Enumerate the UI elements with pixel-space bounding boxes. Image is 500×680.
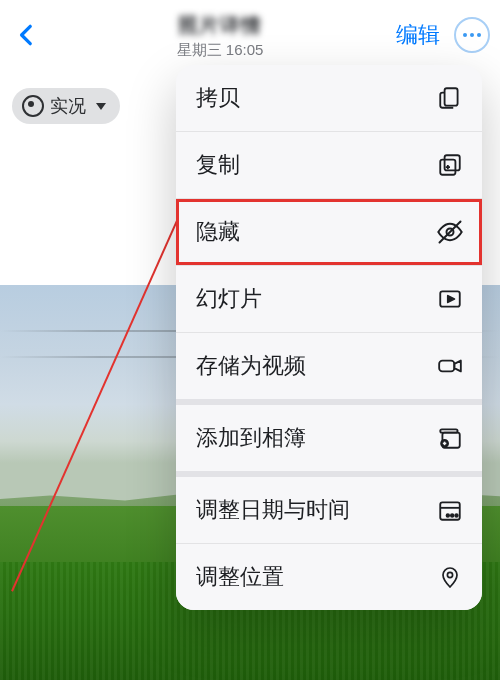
photo-detail-screen: 照片详情 星期三 16:05 编辑 实况 拷贝 bbox=[0, 0, 500, 680]
header-subtitle: 星期三 16:05 bbox=[177, 41, 264, 60]
play-rect-icon bbox=[436, 285, 464, 313]
action-menu: 拷贝 复制 隐藏 bbox=[176, 65, 482, 610]
add-to-album-icon bbox=[436, 424, 464, 452]
svg-point-21 bbox=[447, 572, 452, 577]
menu-item-copy[interactable]: 拷贝 bbox=[176, 65, 482, 132]
calendar-icon bbox=[436, 496, 464, 524]
header-title: 照片详情 bbox=[178, 12, 262, 39]
header-actions: 编辑 bbox=[396, 17, 490, 53]
menu-item-hide[interactable]: 隐藏 bbox=[176, 199, 482, 266]
svg-rect-9 bbox=[439, 361, 454, 372]
svg-point-19 bbox=[451, 514, 454, 517]
more-button[interactable] bbox=[454, 17, 490, 53]
menu-item-label: 隐藏 bbox=[196, 217, 436, 247]
menu-item-adjust-datetime[interactable]: 调整日期与时间 bbox=[176, 477, 482, 544]
menu-item-save-as-video[interactable]: 存储为视频 bbox=[176, 333, 482, 405]
video-camera-icon bbox=[436, 352, 464, 380]
menu-item-slideshow[interactable]: 幻灯片 bbox=[176, 266, 482, 333]
menu-item-label: 调整位置 bbox=[196, 562, 436, 592]
eye-slash-icon bbox=[436, 218, 464, 246]
back-button[interactable] bbox=[10, 18, 44, 52]
edit-button[interactable]: 编辑 bbox=[396, 20, 440, 50]
svg-point-18 bbox=[455, 514, 458, 517]
header-bar: 照片详情 星期三 16:05 编辑 bbox=[0, 0, 500, 64]
menu-item-add-to-album[interactable]: 添加到相簿 bbox=[176, 405, 482, 477]
menu-item-label: 添加到相簿 bbox=[196, 423, 436, 453]
menu-item-label: 调整日期与时间 bbox=[196, 495, 436, 525]
menu-item-label: 幻灯片 bbox=[196, 284, 436, 314]
menu-item-label: 拷贝 bbox=[196, 83, 436, 113]
live-icon bbox=[22, 95, 44, 117]
duplicate-icon bbox=[436, 151, 464, 179]
svg-rect-12 bbox=[440, 429, 457, 432]
menu-item-duplicate[interactable]: 复制 bbox=[176, 132, 482, 199]
live-label: 实况 bbox=[50, 94, 86, 118]
svg-marker-8 bbox=[448, 296, 455, 303]
svg-marker-10 bbox=[454, 361, 461, 372]
menu-item-label: 存储为视频 bbox=[196, 351, 436, 381]
menu-item-label: 复制 bbox=[196, 150, 436, 180]
copy-doc-icon bbox=[436, 84, 464, 112]
location-pin-icon bbox=[436, 563, 464, 591]
chevron-down-icon bbox=[96, 103, 106, 110]
svg-rect-0 bbox=[445, 88, 458, 105]
menu-item-adjust-location[interactable]: 调整位置 bbox=[176, 544, 482, 610]
live-photo-badge[interactable]: 实况 bbox=[12, 88, 120, 124]
svg-point-20 bbox=[447, 514, 450, 517]
header-title-block: 照片详情 星期三 16:05 bbox=[177, 12, 264, 60]
svg-rect-2 bbox=[445, 155, 460, 170]
